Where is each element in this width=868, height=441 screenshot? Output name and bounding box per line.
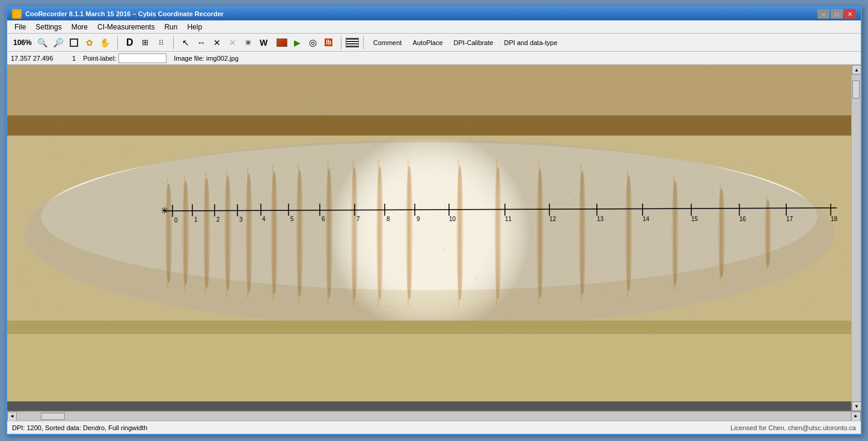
pattern-icon	[346, 38, 359, 47]
color-red-button[interactable]	[275, 35, 289, 50]
separator-2	[173, 36, 174, 49]
zoom-group: 106% 🔍 🔍 ✿ ✋	[10, 35, 114, 50]
point-label-field: Point-label:	[83, 53, 167, 63]
dpi-data-type-button[interactable]: DPI and data-type	[500, 38, 563, 47]
wood-image	[7, 65, 851, 401]
hand-icon: ✋	[100, 38, 110, 47]
toolbar: 106% 🔍 🔍 ✿ ✋ D ⊞	[7, 34, 861, 52]
zoom-out-icon: 🔍	[53, 38, 63, 47]
vertical-scrollbar[interactable]: ▲ ▼	[851, 65, 861, 411]
status-bar: DPI: 1200, Sorted data: Dendro, Full rin…	[7, 421, 861, 434]
color-group: ▶ ◎ lb	[274, 35, 337, 50]
vscroll-down-button[interactable]: ▼	[852, 401, 861, 411]
content-area: ✳ 0 1 2 3 4 5	[7, 65, 861, 411]
coordinates-display: 17.357 27.496	[11, 55, 65, 62]
vscroll-thumb[interactable]	[852, 81, 860, 99]
measure-group: D ⊞ ⁝⁝	[121, 35, 170, 50]
grid-tool-button[interactable]: ⊞	[138, 35, 153, 50]
flower-icon: ✿	[86, 38, 93, 47]
menu-settings[interactable]: Settings	[31, 22, 66, 32]
cross2-icon: ✕	[229, 38, 236, 47]
point-number: 1	[72, 55, 76, 62]
close-button[interactable]: ✕	[844, 9, 856, 19]
minimize-button[interactable]: –	[818, 9, 830, 19]
maximize-button[interactable]: □	[831, 9, 843, 19]
striped-pattern-button[interactable]	[345, 35, 359, 50]
hscroll-track	[17, 412, 851, 421]
w-icon: W	[260, 38, 267, 47]
window-title: CooRecorder 8.1.1 March 15 2016 – Cybis …	[25, 10, 224, 17]
info-bar: 17.357 27.496 1 Point-label: Image file:…	[7, 52, 861, 65]
asterisk-icon: ✳	[245, 38, 252, 47]
point-label-input[interactable]	[118, 53, 167, 63]
dpi-calibrate-button[interactable]: DPI-Calibrate	[449, 38, 498, 47]
vscroll-up-button[interactable]: ▲	[852, 65, 861, 75]
d-tool-icon: D	[126, 37, 133, 48]
app-window: 🌼 CooRecorder 8.1.1 March 15 2016 – Cybi…	[6, 6, 862, 435]
title-bar: 🌼 CooRecorder 8.1.1 March 15 2016 – Cybi…	[7, 7, 861, 20]
h-arrow-icon: ↔	[197, 38, 206, 47]
lb-icon: lb	[325, 38, 332, 46]
menu-ci-measurements[interactable]: CI-Measurements	[93, 22, 159, 32]
target-button[interactable]: ◎	[306, 35, 320, 50]
w-tool-button[interactable]: W	[257, 35, 271, 50]
rectangle-tool-button[interactable]	[67, 35, 81, 50]
cross-icon: ✕	[213, 38, 221, 47]
zoom-out-button[interactable]: 🔍	[51, 35, 66, 50]
image-file-display: Image file: img002.jpg	[174, 55, 239, 62]
arrow-tool-button[interactable]: ↖	[179, 35, 193, 50]
menu-more[interactable]: More	[67, 22, 93, 32]
title-bar-text: 🌼 CooRecorder 8.1.1 March 15 2016 – Cybi…	[12, 9, 224, 19]
hscroll-right-button[interactable]: ►	[851, 412, 861, 421]
d-tool-button[interactable]: D	[123, 35, 137, 50]
cross2-tool-button[interactable]: ✕	[225, 35, 240, 50]
asterisk-tool-button[interactable]: ✳	[241, 35, 255, 50]
comment-button[interactable]: Comment	[368, 38, 407, 47]
menu-file[interactable]: File	[10, 22, 31, 32]
green-arrow-icon: ▶	[294, 38, 301, 47]
lb-button[interactable]: lb	[322, 35, 336, 50]
hand-tool-button[interactable]: ✋	[98, 35, 112, 50]
image-canvas[interactable]: ✳ 0 1 2 3 4 5	[7, 65, 851, 401]
color-swatch-icon	[277, 38, 287, 47]
cross-tool-button[interactable]: ✕	[210, 35, 224, 50]
zoom-level: 106%	[11, 38, 34, 47]
actions-group: Comment AutoPlace DPI-Calibrate DPI and …	[367, 38, 564, 47]
pointer-group: ↖ ↔ ✕ ✕ ✳ W	[177, 35, 272, 50]
grid-icon: ⊞	[142, 38, 148, 47]
zoom-in-icon: 🔍	[37, 38, 47, 47]
autoplace-button[interactable]: AutoPlace	[408, 38, 447, 47]
flower-tool-button[interactable]: ✿	[82, 35, 97, 50]
zoom-in-button[interactable]: 🔍	[35, 35, 50, 50]
vscroll-track	[852, 75, 861, 401]
h-arrow-tool-button[interactable]: ↔	[194, 35, 209, 50]
dots-icon: ⁝⁝	[159, 38, 164, 47]
dots-tool-button[interactable]: ⁝⁝	[154, 35, 168, 50]
menu-run[interactable]: Run	[159, 22, 182, 32]
rectangle-icon	[70, 38, 78, 47]
hscroll-thumb[interactable]	[41, 413, 65, 420]
separator-3	[341, 36, 341, 49]
arrow-icon: ↖	[182, 38, 189, 47]
hscroll-left-button[interactable]: ◄	[7, 412, 17, 421]
separator-4	[363, 36, 364, 49]
separator-1	[117, 36, 118, 49]
title-bar-controls: – □ ✕	[818, 9, 856, 19]
status-license: Licensed for Chen, chen@utsc.utoronto.ca	[730, 424, 856, 431]
target-icon: ◎	[309, 37, 317, 48]
status-dpi: DPI: 1200, Sorted data: Dendro, Full rin…	[12, 424, 147, 431]
green-arrow-button[interactable]: ▶	[290, 35, 305, 50]
menu-bar: File Settings More CI-Measurements Run H…	[7, 20, 861, 34]
menu-help[interactable]: Help	[182, 22, 207, 32]
horizontal-scrollbar: ◄ ►	[7, 411, 861, 421]
point-label-text: Point-label:	[83, 55, 116, 62]
app-icon: 🌼	[12, 9, 22, 19]
